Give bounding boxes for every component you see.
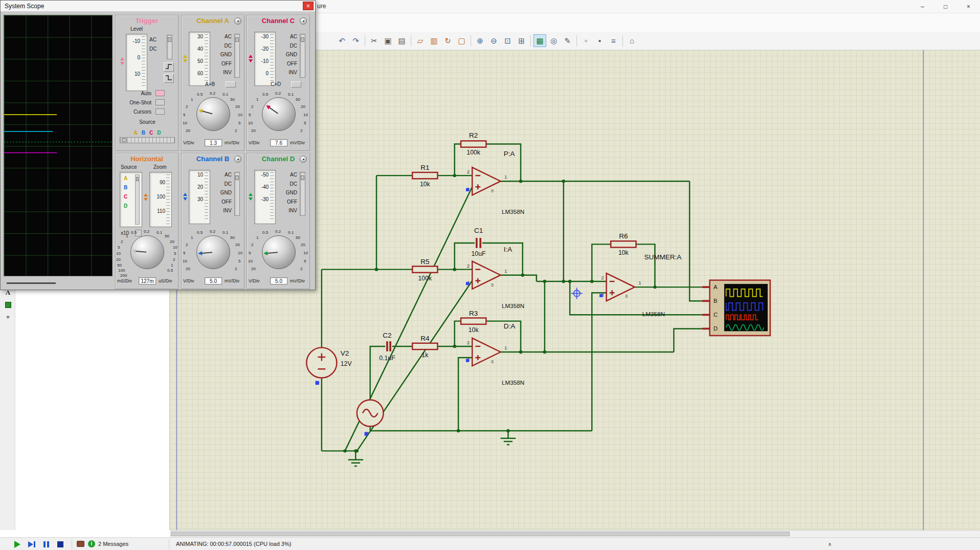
channel-b-coupling-slider[interactable] (234, 172, 240, 216)
horizontal-zoom-slider[interactable]: 90100110 (149, 172, 172, 227)
slider-thumb[interactable] (235, 37, 239, 42)
cursors-button[interactable] (155, 108, 165, 115)
channel-c-coupling-slider[interactable] (300, 34, 305, 78)
channel-a-coupling-slider[interactable] (234, 34, 240, 78)
realtime-annotation-button[interactable]: ▦ (533, 34, 546, 47)
trigger-level-marker[interactable] (120, 57, 125, 65)
ground-symbol[interactable] (348, 460, 364, 466)
channel-c-scale[interactable]: -30-20-100 (254, 32, 276, 86)
trigger-source-slider[interactable] (120, 137, 175, 143)
sum-button[interactable] (226, 81, 236, 87)
slider-thumb[interactable] (235, 175, 239, 180)
dc-source-v2[interactable]: V2 12V (306, 347, 352, 378)
channel-a-gain-knob[interactable] (196, 97, 230, 131)
undo-button[interactable]: ↶ (336, 34, 348, 47)
resistor-r3[interactable]: R3 10k (461, 310, 486, 334)
message-log-icon[interactable] (77, 541, 84, 547)
new-sheet-button[interactable]: ▫ (580, 34, 592, 47)
knob-scale-label: 5 (304, 259, 306, 263)
channel-b-gain-knob[interactable] (196, 235, 230, 269)
slider-thumb[interactable] (122, 138, 127, 142)
copy-button[interactable]: ▣ (382, 34, 394, 47)
zoom-area-button[interactable]: ⊞ (515, 34, 528, 47)
resistor-r6[interactable]: R6 10k (611, 232, 636, 256)
find-button[interactable]: ◎ (547, 34, 560, 47)
property-tool-button[interactable]: ✎ (561, 34, 574, 47)
ground-symbol[interactable] (501, 438, 516, 445)
play-button[interactable] (11, 539, 24, 549)
sum-button[interactable] (291, 81, 301, 87)
channel-d-gain-knob[interactable] (262, 235, 296, 269)
channel-d-position-knob[interactable] (300, 156, 307, 163)
resistor-r1[interactable]: R1 10k (412, 164, 437, 188)
coupling-label: OFF (276, 59, 297, 69)
channel-b-marker[interactable] (183, 193, 188, 201)
messages-count[interactable]: 2 Messages (98, 541, 128, 547)
capacitor-c1[interactable]: C1 10uF (472, 227, 486, 257)
screen-position-slider[interactable] (7, 282, 56, 284)
channel-a-marker[interactable] (183, 55, 188, 63)
channel-c-marker[interactable] (249, 55, 253, 63)
cut-button[interactable]: ✂ (368, 34, 381, 47)
block-rotate-button[interactable]: ↻ (441, 34, 454, 47)
home-button[interactable]: ⌂ (626, 34, 638, 47)
timebase-knob[interactable] (130, 235, 164, 269)
svg-text:8: 8 (491, 188, 494, 193)
virtual-scope-part[interactable]: A B C D (702, 280, 770, 336)
slider-thumb[interactable] (301, 175, 304, 180)
system-scope-window[interactable]: System Scope × Trigger Level -10010 AC (0, 0, 316, 290)
remove-sheet-button[interactable]: ▪ (593, 34, 606, 47)
falling-edge-button[interactable] (164, 74, 174, 83)
zoom-out-button[interactable]: ⊖ (487, 34, 500, 47)
channel-a-scale[interactable]: 30405060 (189, 32, 210, 86)
channel-d-coupling-slider[interactable] (300, 172, 305, 216)
rising-edge-button[interactable] (164, 62, 174, 72)
zoom-all-button[interactable]: ⊡ (501, 34, 514, 47)
source-track[interactable] (135, 174, 140, 225)
channel-d-marker[interactable] (249, 193, 253, 201)
component-mode-icon[interactable] (3, 300, 13, 310)
slider-thumb[interactable] (168, 37, 171, 42)
step-button[interactable] (26, 539, 38, 549)
trigger-level-slider[interactable]: -10010 (126, 34, 147, 91)
marker-mode-icon[interactable]: + (3, 312, 13, 322)
minimize-button[interactable]: – (911, 0, 934, 13)
redo-button[interactable]: ↷ (349, 34, 362, 47)
auto-indicator[interactable] (155, 90, 165, 96)
channel-d-scale[interactable]: -50-40-30 (254, 170, 276, 224)
channel-b-scale[interactable]: 102030 (189, 170, 210, 224)
channel-c-gain-knob[interactable] (262, 97, 296, 131)
stop-button[interactable] (54, 539, 66, 549)
block-move-button[interactable]: ▱ (414, 34, 427, 47)
zoom-marker[interactable] (144, 193, 148, 202)
close-button[interactable]: × (957, 0, 980, 13)
trigger-coupling-slider[interactable] (167, 35, 172, 59)
slider-thumb[interactable] (301, 37, 304, 42)
block-copy-button[interactable]: ▥ (428, 34, 440, 47)
paste-button[interactable]: ▤ (395, 34, 408, 47)
scope-close-button[interactable]: × (303, 2, 314, 10)
scope-screen[interactable] (4, 15, 113, 276)
slider-thumb[interactable] (136, 177, 139, 181)
channel-c-position-knob[interactable] (300, 17, 307, 25)
opamp-summer[interactable]: SUMMER:A LM358N 2 3 1 8 (599, 253, 681, 317)
channel-b-position-knob[interactable] (234, 156, 241, 163)
design-explorer-button[interactable]: ≡ (607, 34, 620, 47)
horizontal-source-selector[interactable]: ABCD (120, 172, 142, 227)
scrollbar-thumb[interactable] (171, 532, 790, 536)
channel-a-position-knob[interactable] (234, 17, 241, 25)
opamp-p[interactable]: P:A LM358N 2 3 1 8 (466, 150, 524, 215)
resistor-r5[interactable]: R5 100k (412, 258, 437, 282)
scope-titlebar[interactable]: System Scope × (1, 1, 315, 12)
channel-letter: B (124, 185, 127, 190)
channel-a-gain-value: 1.3 (205, 139, 222, 146)
maximize-button[interactable]: □ (934, 0, 957, 13)
pause-button[interactable] (40, 539, 52, 549)
one-shot-button[interactable] (155, 99, 165, 105)
sine-source[interactable] (357, 400, 384, 427)
block-delete-button[interactable]: ▢ (455, 34, 468, 47)
resistor-r2[interactable]: R2 100k (461, 131, 486, 156)
zoom-in-button[interactable]: ⊕ (474, 34, 486, 47)
collapse-panel-button[interactable]: ∧ (826, 540, 834, 548)
horizontal-scrollbar[interactable] (170, 530, 980, 537)
